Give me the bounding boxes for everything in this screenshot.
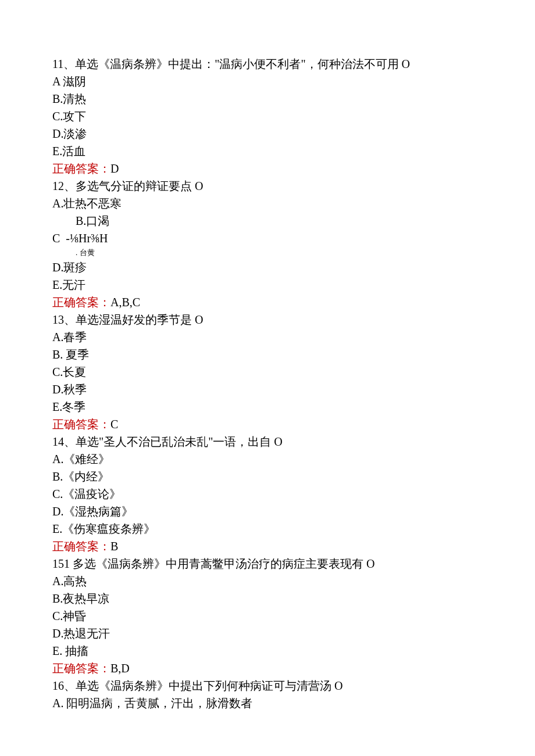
q14-answer-label: 正确答案：: [52, 540, 110, 553]
q12-option-e: E.无汗: [52, 276, 535, 293]
q12-option-b: B.口渴: [52, 212, 535, 230]
q12-answer-label: 正确答案：: [52, 296, 110, 309]
q12-answer-value: A,B,C: [110, 296, 140, 309]
q11-answer: 正确答案：D: [52, 160, 535, 177]
q14-stem: 14、单选"圣人不治已乱治未乱"一语，出自 O: [52, 433, 535, 450]
q14-option-a: A.《难经》: [52, 450, 535, 468]
q13-option-b: B. 夏季: [52, 346, 535, 363]
q13-option-e: E.冬季: [52, 398, 535, 415]
q12-option-c-main: C -⅛Hr⅜H: [52, 230, 535, 247]
q15-option-d: D.热退无汗: [52, 625, 535, 642]
q13-option-a: A.春季: [52, 328, 535, 346]
q14-option-b: B.《内经》: [52, 468, 535, 485]
q13-stem: 13、单选湿温好发的季节是 O: [52, 311, 535, 328]
q11-option-b: B.清热: [52, 90, 535, 108]
q12-answer: 正确答案：A,B,C: [52, 293, 535, 311]
q15-option-a: A.高热: [52, 572, 535, 590]
q13-answer-value: C: [110, 418, 118, 431]
q15-stem: 151 多选《温病条辨》中用青蒿鳖甲汤治疗的病症主要表现有 O: [52, 555, 535, 572]
q12-stem: 12、多选气分证的辩证要点 O: [52, 177, 535, 195]
q13-answer: 正确答案：C: [52, 415, 535, 433]
q11-option-e: E.活血: [52, 142, 535, 160]
q11-answer-label: 正确答案：: [52, 162, 110, 175]
q11-answer-value: D: [110, 162, 119, 175]
q15-option-c: C.神昏: [52, 607, 535, 625]
q12-option-a: A.壮热不恶寒: [52, 195, 535, 212]
q15-answer-value: B,D: [110, 662, 130, 675]
q11-option-c: C.攻下: [52, 108, 535, 125]
q13-answer-label: 正确答案：: [52, 418, 110, 431]
q13-option-c: C.长夏: [52, 363, 535, 381]
q14-answer: 正确答案：B: [52, 538, 535, 555]
q14-option-c: C.《温疫论》: [52, 485, 535, 503]
q14-option-e: E.《伤寒瘟疫条辨》: [52, 520, 535, 538]
q14-option-d: D.《湿热病篇》: [52, 503, 535, 520]
q15-answer-label: 正确答案：: [52, 662, 110, 675]
q13-option-d: D.秋季: [52, 381, 535, 398]
q12-option-d: D.斑疹: [52, 259, 535, 276]
q12-option-c-sub: . 台黄: [52, 247, 535, 259]
q11-option-d: D.淡渗: [52, 125, 535, 142]
q16-option-a: A. 阳明温病，舌黄腻，汗出，脉滑数者: [52, 694, 535, 712]
q11-option-a: A 滋阴: [52, 73, 535, 90]
q14-answer-value: B: [110, 540, 118, 553]
q15-answer: 正确答案：B,D: [52, 660, 535, 677]
q11-stem: 11、单选《温病条辨》中提出："温病小便不利者"，何种治法不可用 O: [52, 55, 535, 73]
q16-stem: 16、单选《温病条辨》中提出下列何种病证可与清营汤 O: [52, 677, 535, 694]
q15-option-b: B.夜热早凉: [52, 590, 535, 607]
q15-option-e: E. 抽搐: [52, 642, 535, 660]
